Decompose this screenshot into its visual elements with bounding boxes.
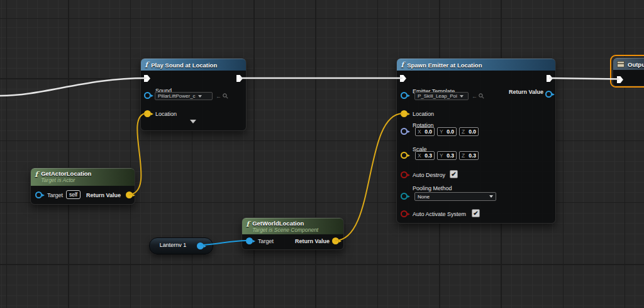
sound-asset-dropdown[interactable]: PillarLiftPower_c: [155, 92, 213, 100]
vector-wire[interactable]: [335, 113, 402, 241]
auto-destroy-label: Auto Destroy: [413, 172, 445, 178]
blueprint-graph-canvas[interactable]: f Play Sound at Location Sound PillarLif…: [0, 0, 644, 308]
scale-y-field[interactable]: Y 0.3: [437, 151, 457, 160]
exec-wire[interactable]: [549, 78, 619, 79]
node-get-actor-location[interactable]: f GetActorLocation Target is Actor Targe…: [30, 168, 135, 205]
auto-activate-checkbox[interactable]: [472, 209, 480, 217]
node-header[interactable]: f GetWorldLocation Target is Scene Compo…: [242, 218, 343, 234]
return-value-pin[interactable]: [545, 91, 552, 98]
rotation-pin[interactable]: [401, 128, 408, 135]
node-get-world-location[interactable]: f GetWorldLocation Target is Scene Compo…: [242, 217, 344, 250]
node-title: GetWorldLocation: [252, 220, 318, 227]
node-subtitle: Target is Scene Component: [252, 227, 318, 233]
node-title: Output: [628, 61, 644, 68]
chevron-down-icon: [460, 95, 464, 98]
emitter-template-pin[interactable]: [401, 92, 408, 99]
chevron-down-icon: [198, 95, 202, 98]
scale-pin[interactable]: [401, 152, 408, 159]
node-title: Spawn Emitter at Location: [407, 62, 482, 69]
node-play-sound-at-location[interactable]: f Play Sound at Location Sound PillarLif…: [140, 58, 247, 131]
browse-asset-icon[interactable]: [479, 93, 484, 100]
exec-out-pin[interactable]: [547, 75, 553, 82]
function-icon: f: [401, 60, 404, 69]
location-pin-label: Location: [155, 111, 177, 117]
return-value-pin[interactable]: [332, 237, 339, 244]
node-header[interactable]: f Spawn Emitter at Location: [397, 59, 555, 71]
auto-activate-label: Auto Activate System: [413, 211, 466, 217]
node-subtitle: Target is Actor: [41, 177, 91, 183]
target-pin-label: Target: [47, 192, 63, 198]
emitter-template-dropdown[interactable]: P_Skill_Leap_Poi: [414, 92, 469, 100]
node-spawn-emitter-at-location[interactable]: f Spawn Emitter at Location Emitter Temp…: [396, 58, 556, 224]
rotation-y-field[interactable]: Y 0.0: [437, 127, 457, 136]
pooling-method-pin[interactable]: [401, 193, 408, 200]
exec-in-pin[interactable]: [144, 75, 150, 82]
auto-destroy-checkbox[interactable]: [450, 170, 458, 178]
node-output[interactable]: Output: [613, 57, 644, 86]
collapsed-graph-icon: [617, 61, 625, 67]
exec-in-pin[interactable]: [617, 76, 623, 83]
exec-wire[interactable]: [0, 78, 147, 96]
chevron-down-icon: [489, 195, 493, 198]
location-pin[interactable]: [401, 110, 408, 117]
location-pin[interactable]: [144, 110, 151, 117]
node-title: GetActorLocation: [41, 170, 91, 177]
node-header[interactable]: f GetActorLocation Target is Actor: [31, 168, 135, 186]
target-self-value[interactable]: self: [66, 190, 80, 199]
use-asset-icon[interactable]: ←: [472, 93, 477, 100]
function-icon: f: [246, 220, 249, 229]
node-header[interactable]: f Play Sound at Location: [141, 59, 246, 71]
node-title: Play Sound at Location: [151, 62, 217, 69]
scale-z-field[interactable]: Z 0.3: [459, 151, 479, 160]
rotation-x-field[interactable]: X 0.0: [415, 127, 435, 136]
return-value-label: Return Value: [295, 238, 330, 244]
pooling-method-dropdown[interactable]: None: [414, 192, 496, 201]
variable-output-pin[interactable]: [197, 242, 204, 249]
target-pin[interactable]: [246, 237, 253, 244]
return-value-label: Return Value: [509, 89, 543, 95]
return-value-label: Return Value: [86, 192, 121, 198]
function-icon: f: [145, 60, 148, 69]
selection-border: Output: [610, 55, 644, 88]
expand-node-chevron-icon[interactable]: [190, 120, 196, 123]
exec-out-pin[interactable]: [236, 75, 243, 82]
sound-pin[interactable]: [144, 92, 151, 99]
exec-in-pin[interactable]: [400, 75, 406, 82]
auto-activate-pin[interactable]: [401, 210, 408, 217]
function-icon: f: [35, 170, 38, 179]
variable-node-lanternv1[interactable]: Lanternv 1: [149, 237, 213, 254]
scale-x-field[interactable]: X 0.3: [415, 151, 435, 160]
return-value-pin[interactable]: [126, 191, 133, 198]
auto-destroy-pin[interactable]: [401, 171, 408, 178]
location-pin-label: Location: [413, 111, 434, 117]
target-pin-label: Target: [258, 238, 274, 244]
pooling-method-label: Pooling Method: [413, 185, 452, 191]
browse-asset-icon[interactable]: [223, 93, 228, 100]
target-pin[interactable]: [35, 191, 42, 198]
rotation-z-field[interactable]: Z 0.0: [459, 127, 479, 136]
node-header[interactable]: Output: [613, 58, 644, 70]
use-asset-icon[interactable]: ←: [216, 93, 221, 100]
variable-name: Lanternv 1: [150, 242, 196, 248]
